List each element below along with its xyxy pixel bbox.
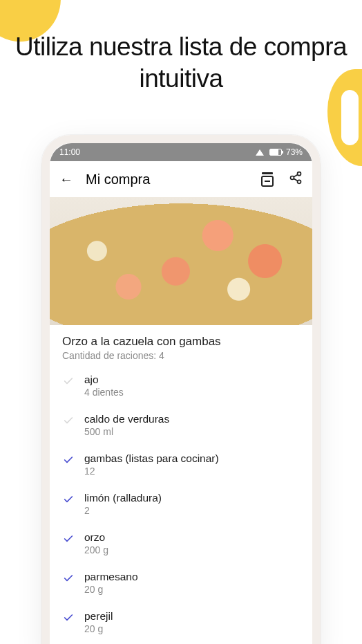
wifi-icon xyxy=(256,149,264,156)
ingredients-list: ajo4 dientescaldo de verduras500 mlgamba… xyxy=(50,365,312,641)
ingredient-qty: 200 g xyxy=(84,544,108,555)
page-title: Mi compra xyxy=(86,172,249,187)
app-bar: ← Mi compra xyxy=(50,161,312,197)
ingredient-row[interactable]: orzo200 g xyxy=(62,523,300,562)
ingredient-row[interactable]: gambas (listas para cocinar)12 xyxy=(62,444,300,484)
check-icon[interactable] xyxy=(62,414,75,427)
check-icon[interactable] xyxy=(62,533,75,545)
svg-point-0 xyxy=(298,172,301,176)
ingredient-name: perejil xyxy=(84,610,113,623)
ingredient-qty: 2 xyxy=(84,505,162,516)
status-time: 11:00 xyxy=(59,147,80,157)
pantry-icon[interactable] xyxy=(261,172,274,187)
svg-line-3 xyxy=(294,174,298,176)
ingredient-name: limón (ralladura) xyxy=(84,492,162,504)
ingredient-row[interactable]: parmesano20 g xyxy=(62,562,300,602)
ingredient-name: parmesano xyxy=(84,571,138,583)
check-icon[interactable] xyxy=(62,493,75,506)
status-bar: 11:00 73% xyxy=(50,143,312,161)
svg-point-1 xyxy=(291,176,294,180)
ingredient-row[interactable]: perejil20 g xyxy=(62,602,300,641)
ingredient-qty: 4 dientes xyxy=(84,387,124,398)
ingredient-row[interactable]: limón (ralladura)2 xyxy=(62,484,300,523)
marketing-headline: Utiliza nuestra lista de compra intuitiv… xyxy=(0,31,362,95)
share-icon[interactable] xyxy=(289,171,303,187)
recipe-title: Orzo a la cazuela con gambas xyxy=(62,335,300,349)
ingredient-name: orzo xyxy=(84,531,108,544)
recipe-header: Orzo a la cazuela con gambas Cantidad de… xyxy=(50,325,312,365)
check-icon[interactable] xyxy=(62,454,75,466)
battery-text: 73% xyxy=(286,147,303,157)
ingredient-name: ajo xyxy=(84,374,124,386)
ingredient-row[interactable]: ajo4 dientes xyxy=(62,365,300,405)
ingredient-qty: 500 ml xyxy=(84,426,169,437)
battery-icon xyxy=(269,149,282,156)
recipe-hero-image xyxy=(50,197,312,325)
check-icon[interactable] xyxy=(62,611,75,624)
ingredient-name: caldo de verduras xyxy=(84,413,169,425)
ingredient-qty: 12 xyxy=(84,466,219,477)
svg-point-2 xyxy=(298,180,301,183)
ingredient-qty: 20 g xyxy=(84,623,113,634)
ingredient-name: gambas (listas para cocinar) xyxy=(84,452,219,465)
check-icon[interactable] xyxy=(62,572,75,585)
ingredient-row[interactable]: caldo de verduras500 ml xyxy=(62,405,300,444)
phone-frame: 11:00 73% ← Mi compra xyxy=(41,135,321,644)
check-icon[interactable] xyxy=(62,375,75,387)
recipe-servings: Cantidad de raciones: 4 xyxy=(62,350,300,361)
ingredient-qty: 20 g xyxy=(84,584,138,595)
back-arrow-icon[interactable]: ← xyxy=(59,172,73,186)
svg-line-4 xyxy=(294,178,298,181)
